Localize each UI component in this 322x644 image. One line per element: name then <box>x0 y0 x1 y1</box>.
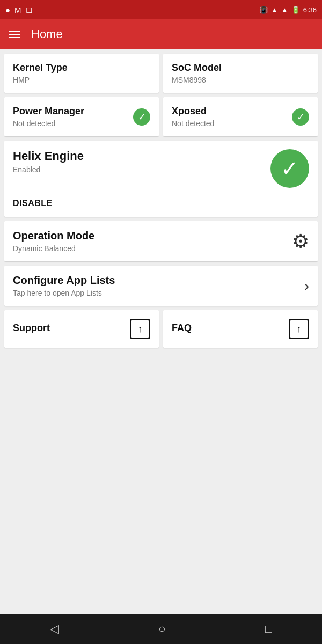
power-manager-status: Not detected <box>13 119 84 128</box>
kernel-type-value: HMP <box>13 76 150 84</box>
xposed-text: Xposed Not detected <box>172 106 214 128</box>
xposed-card[interactable]: Xposed Not detected ✓ <box>163 97 318 136</box>
time-display: 6:36 <box>303 6 317 14</box>
page-title: Home <box>31 27 63 41</box>
xposed-title: Xposed <box>172 106 214 117</box>
whatsapp-icon: ● <box>5 5 10 14</box>
status-icons-right: 📳 ▲ ▲ 🔋 6:36 <box>259 6 317 14</box>
kernel-type-title: Kernel Type <box>13 62 150 74</box>
signal-icon: ▲ <box>281 6 288 14</box>
power-manager-text: Power Manager Not detected <box>13 106 84 128</box>
home-nav-button[interactable]: ○ <box>158 622 165 636</box>
chevron-right-icon: › <box>304 277 309 295</box>
menu-button[interactable] <box>9 31 20 38</box>
helix-disable-button[interactable]: DISABLE <box>13 199 309 208</box>
soc-model-title: SoC Model <box>172 62 309 74</box>
operation-mode-card[interactable]: Operation Mode Dynamic Balanced ⚙ <box>4 221 318 261</box>
gear-icon: ⚙ <box>292 230 309 253</box>
configure-text: Configure App Lists Tap here to open App… <box>13 274 115 297</box>
operation-mode-value: Dynamic Balanced <box>13 244 94 253</box>
main-content: Kernel Type HMP SoC Model MSM8998 Power … <box>0 49 322 614</box>
power-manager-title: Power Manager <box>13 106 84 117</box>
support-external-icon <box>130 319 150 339</box>
instagram-icon: ◻ <box>26 5 32 14</box>
bottom-nav: ◁ ○ □ <box>0 614 322 644</box>
gmail-icon: M <box>14 5 21 14</box>
vibrate-icon: 📳 <box>259 6 268 14</box>
helix-engine-card[interactable]: Helix Engine Enabled ✓ DISABLE <box>4 141 318 217</box>
battery-icon: 🔋 <box>291 6 300 14</box>
row-kernel-soc: Kernel Type HMP SoC Model MSM8998 <box>4 54 318 93</box>
back-nav-button[interactable]: ◁ <box>50 622 59 636</box>
power-manager-check-icon: ✓ <box>133 108 150 126</box>
configure-subtitle: Tap here to open App Lists <box>13 289 115 297</box>
configure-app-lists-card[interactable]: Configure App Lists Tap here to open App… <box>4 266 318 306</box>
status-bar: ● M ◻ 📳 ▲ ▲ 🔋 6:36 <box>0 0 322 19</box>
faq-external-icon <box>289 319 309 339</box>
operation-mode-title: Operation Mode <box>13 230 94 242</box>
status-icons-left: ● M ◻ <box>5 5 32 14</box>
configure-title: Configure App Lists <box>13 274 115 287</box>
operation-mode-text: Operation Mode Dynamic Balanced <box>13 230 94 253</box>
toolbar: Home <box>0 19 322 49</box>
empty-space <box>4 352 318 610</box>
faq-title: FAQ <box>172 323 192 334</box>
helix-engine-status: Enabled <box>13 165 84 174</box>
soc-model-value: MSM8998 <box>172 76 309 84</box>
support-title: Support <box>13 323 50 334</box>
wifi-icon: ▲ <box>271 6 278 14</box>
helix-check-icon: ✓ <box>270 149 309 188</box>
row-support-faq: Support FAQ <box>4 310 318 348</box>
faq-card[interactable]: FAQ <box>163 310 318 348</box>
power-manager-card[interactable]: Power Manager Not detected ✓ <box>4 97 159 136</box>
support-card[interactable]: Support <box>4 310 159 348</box>
row-power-xposed: Power Manager Not detected ✓ Xposed Not … <box>4 97 318 136</box>
xposed-status: Not detected <box>172 119 214 128</box>
xposed-check-icon: ✓ <box>292 108 309 126</box>
helix-text: Helix Engine Enabled <box>13 149 84 174</box>
soc-model-card: SoC Model MSM8998 <box>163 54 318 93</box>
recent-nav-button[interactable]: □ <box>265 622 272 636</box>
helix-engine-title: Helix Engine <box>13 149 84 163</box>
kernel-type-card: Kernel Type HMP <box>4 54 159 93</box>
